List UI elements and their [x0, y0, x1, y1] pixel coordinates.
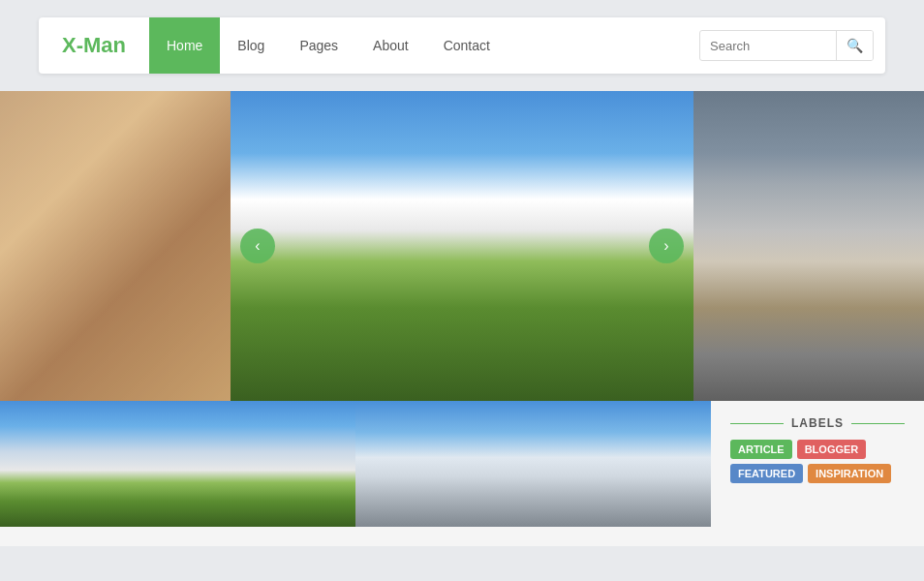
search-box: 🔍	[699, 30, 874, 61]
post-thumbnail-2[interactable]	[355, 401, 711, 527]
labels-title-text: LABELS	[791, 416, 844, 430]
nav-pages[interactable]: Pages	[282, 17, 355, 74]
slide-image-hand	[0, 91, 231, 401]
main-nav: Home Blog Pages About Contact	[149, 17, 688, 74]
nav-about[interactable]: About	[355, 17, 426, 74]
search-icon: 🔍	[847, 38, 863, 53]
tag-blogger[interactable]: BLOGGER	[797, 440, 867, 459]
post-thumbnail-1[interactable]	[0, 401, 355, 527]
search-area: 🔍	[688, 17, 885, 74]
sidebar: LABELS ARTICLE BLOGGER FEATURED INSPIRAT…	[711, 401, 924, 546]
slide-image-mountain	[231, 91, 693, 401]
labels-section-title: LABELS	[730, 416, 905, 430]
slide-left	[0, 91, 231, 401]
nav-blog[interactable]: Blog	[220, 17, 282, 74]
tag-article[interactable]: ARTICLE	[730, 440, 792, 459]
tag-featured[interactable]: FEATURED	[730, 464, 803, 483]
posts-area	[0, 401, 711, 546]
header: X-Man Home Blog Pages About Contact 🔍	[39, 17, 885, 74]
nav-contact[interactable]: Contact	[426, 17, 508, 74]
slide-right	[693, 91, 924, 401]
bottom-section: LABELS ARTICLE BLOGGER FEATURED INSPIRAT…	[0, 401, 924, 546]
header-wrapper: X-Man Home Blog Pages About Contact 🔍	[0, 0, 924, 91]
tag-inspiration[interactable]: INSPIRATION	[808, 464, 891, 483]
slide-center: ‹ ›	[231, 91, 693, 401]
labels-tags: ARTICLE BLOGGER FEATURED INSPIRATION	[730, 440, 905, 483]
chevron-right-icon: ›	[663, 237, 668, 255]
carousel-next-button[interactable]: ›	[649, 229, 684, 263]
image-slider: ‹ ›	[0, 91, 924, 401]
carousel-prev-button[interactable]: ‹	[240, 229, 275, 263]
search-input[interactable]	[700, 39, 836, 53]
nav-home[interactable]: Home	[149, 17, 220, 74]
logo-area: X-Man	[39, 17, 149, 74]
chevron-left-icon: ‹	[255, 237, 260, 255]
site-logo[interactable]: X-Man	[62, 33, 126, 58]
search-button[interactable]: 🔍	[836, 31, 873, 60]
slide-image-cars	[693, 91, 924, 401]
